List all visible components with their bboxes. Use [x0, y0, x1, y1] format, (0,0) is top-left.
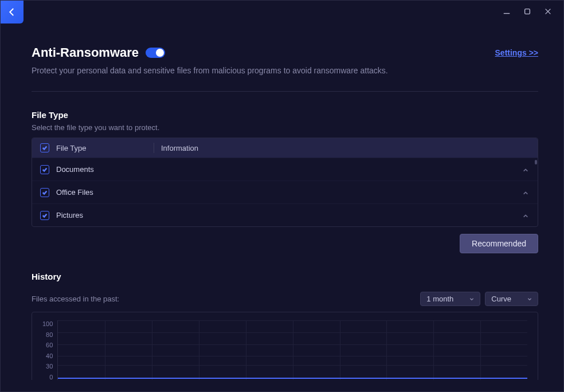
recommended-button[interactable]: Recommended: [460, 234, 538, 253]
y-tick: 30: [46, 363, 53, 370]
check-icon: [42, 213, 48, 218]
y-tick: 0: [49, 374, 53, 380]
divider: [32, 91, 538, 92]
check-icon: [42, 167, 48, 173]
expand-row-button[interactable]: [523, 189, 530, 196]
y-tick: 40: [46, 352, 53, 359]
content-area: Anti-Ransomware Settings >> Protect your…: [32, 28, 544, 380]
row-label: Pictures: [56, 211, 154, 219]
expand-row-button[interactable]: [523, 212, 530, 219]
history-chart: 100 80 60 40 30 0: [32, 312, 538, 380]
column-divider: [154, 143, 154, 153]
settings-link[interactable]: Settings >>: [495, 48, 538, 57]
chevron-up-icon: [523, 190, 528, 196]
chevron-up-icon: [523, 213, 528, 219]
page-title: Anti-Ransomware: [32, 45, 139, 60]
row-checkbox[interactable]: [40, 165, 49, 174]
page-subtitle: Protect your personal data and sensitive…: [32, 66, 538, 75]
filetype-table: File Type Information Documents Office F…: [32, 138, 538, 227]
chevron-down-icon: [469, 297, 474, 301]
table-row[interactable]: Documents: [32, 158, 538, 181]
maximize-button[interactable]: [522, 6, 532, 17]
titlebar: [1, 1, 563, 28]
row-checkbox[interactable]: [40, 188, 49, 197]
row-label: Documents: [56, 165, 154, 174]
back-button[interactable]: [1, 1, 23, 23]
y-tick: 60: [46, 342, 53, 348]
table-header: File Type Information: [32, 138, 538, 158]
y-tick: 80: [46, 331, 53, 338]
filetype-section-subtitle: Select the file type you want to protect…: [32, 123, 538, 132]
history-section-title: History: [32, 272, 538, 281]
column-filetype: File Type: [56, 144, 154, 152]
column-information: Information: [161, 144, 530, 152]
minimize-button[interactable]: [502, 6, 512, 17]
plot-area: [57, 320, 527, 380]
close-button[interactable]: [543, 6, 553, 17]
page-header: Anti-Ransomware Settings >>: [32, 45, 538, 60]
check-icon: [42, 190, 48, 195]
chart-type-select[interactable]: Curve: [485, 292, 538, 306]
y-tick: 100: [42, 320, 53, 327]
chevron-up-icon: [523, 167, 528, 173]
app-window: Anti-Ransomware Settings >> Protect your…: [0, 0, 564, 392]
table-row[interactable]: Office Files: [32, 181, 538, 203]
row-checkbox[interactable]: [40, 211, 49, 220]
window-controls: [502, 1, 563, 17]
period-selected-value: 1 month: [426, 295, 453, 303]
table-row[interactable]: Pictures: [32, 203, 538, 226]
y-axis: 100 80 60 40 30 0: [42, 320, 57, 380]
chevron-down-icon: [527, 297, 532, 301]
expand-row-button[interactable]: [523, 166, 530, 173]
filetype-section-title: File Type: [32, 110, 538, 120]
table-scrollbar[interactable]: [535, 160, 537, 164]
check-icon: [42, 145, 48, 151]
minimize-icon: [503, 7, 511, 15]
close-icon: [544, 7, 552, 15]
select-all-checkbox[interactable]: [40, 143, 49, 152]
period-select[interactable]: 1 month: [420, 292, 480, 306]
row-label: Office Files: [56, 188, 154, 197]
history-subtitle: Files accessed in the past:: [32, 295, 119, 303]
svg-rect-0: [525, 9, 530, 14]
feature-toggle[interactable]: [146, 48, 165, 58]
chart-type-selected-value: Curve: [491, 295, 511, 303]
arrow-left-icon: [7, 7, 17, 17]
maximize-icon: [523, 7, 531, 15]
data-line: [58, 378, 527, 379]
